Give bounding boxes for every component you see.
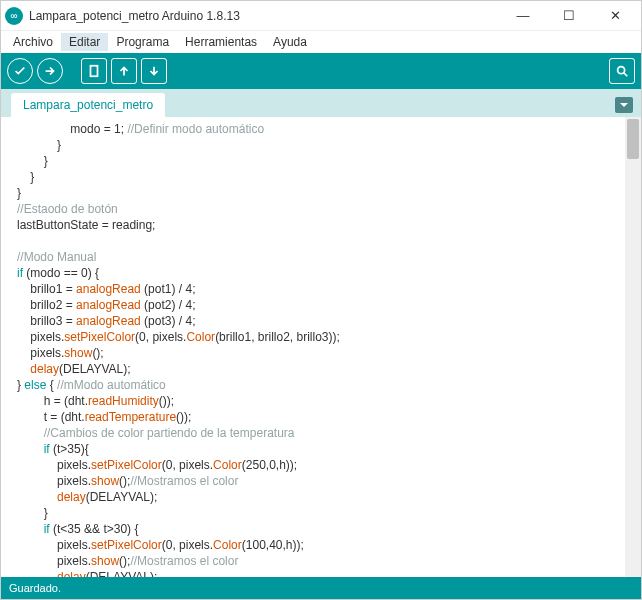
caret-down-icon (619, 100, 629, 110)
code-line: t = (dht.readTemperature()); (17, 409, 641, 425)
code-line: } (17, 505, 641, 521)
code-line: //Cambios de color partiendo de la tempe… (17, 425, 641, 441)
verify-button[interactable] (7, 58, 33, 84)
check-icon (13, 64, 27, 78)
open-button[interactable] (111, 58, 137, 84)
code-line: if (t>35){ (17, 441, 641, 457)
toolbar (1, 53, 641, 89)
menu-ayuda[interactable]: Ayuda (265, 33, 315, 51)
code-line: brillo2 = analogRead (pot2) / 4; (17, 297, 641, 313)
code-line: brillo3 = analogRead (pot3) / 4; (17, 313, 641, 329)
code-line: h = (dht.readHumidity()); (17, 393, 641, 409)
serial-monitor-button[interactable] (609, 58, 635, 84)
code-line: if (modo == 0) { (17, 265, 641, 281)
code-line: } (17, 169, 641, 185)
code-line: pixels.setPixelColor(0, pixels.Color(bri… (17, 329, 641, 345)
code-line: modo = 1; //Definir modo automático (17, 121, 641, 137)
code-line: pixels.show(); (17, 345, 641, 361)
code-line: delay(DELAYVAL); (17, 361, 641, 377)
file-icon (87, 64, 101, 78)
code-line: brillo1 = analogRead (pot1) / 4; (17, 281, 641, 297)
scrollbar-vertical[interactable] (625, 117, 641, 577)
code-line: //Modo Manual (17, 249, 641, 265)
code-line: lastButtonState = reading; (17, 217, 641, 233)
new-button[interactable] (81, 58, 107, 84)
titlebar: ∞ Lampara_potenci_metro Arduino 1.8.13 —… (1, 1, 641, 31)
code-line: if (t<35 && t>30) { (17, 521, 641, 537)
code-line: pixels.setPixelColor(0, pixels.Color(250… (17, 457, 641, 473)
statusbar: Guardado. (1, 577, 641, 599)
svg-point-1 (618, 67, 625, 74)
menu-herramientas[interactable]: Herramientas (177, 33, 265, 51)
svg-rect-0 (91, 66, 98, 77)
status-text: Guardado. (9, 582, 61, 594)
code-editor[interactable]: modo = 1; //Definir modo automático } } … (1, 117, 641, 577)
code-content: modo = 1; //Definir modo automático } } … (1, 117, 641, 577)
code-line: } (17, 137, 641, 153)
code-line: delay(DELAYVAL); (17, 489, 641, 505)
arrow-right-icon (43, 64, 57, 78)
tabbar: Lampara_potenci_metro (1, 89, 641, 117)
menu-archivo[interactable]: Archivo (5, 33, 61, 51)
code-line: } (17, 153, 641, 169)
code-line: } (17, 185, 641, 201)
tab-menu-button[interactable] (615, 97, 633, 113)
scrollbar-thumb[interactable] (627, 119, 639, 159)
arduino-logo-icon: ∞ (5, 7, 23, 25)
code-line: //Estaodo de botón (17, 201, 641, 217)
code-line: pixels.setPixelColor(0, pixels.Color(100… (17, 537, 641, 553)
arrow-up-icon (117, 64, 131, 78)
menu-editar[interactable]: Editar (61, 33, 108, 51)
code-line: pixels.show();//Mostramos el color (17, 473, 641, 489)
menubar: ArchivoEditarProgramaHerramientasAyuda (1, 31, 641, 53)
save-button[interactable] (141, 58, 167, 84)
upload-button[interactable] (37, 58, 63, 84)
close-button[interactable]: ✕ (601, 4, 629, 28)
code-line (17, 233, 641, 249)
search-icon (615, 64, 629, 78)
code-line: delay(DELAYVAL); (17, 569, 641, 577)
window-title: Lampara_potenci_metro Arduino 1.8.13 (29, 9, 509, 23)
menu-programa[interactable]: Programa (108, 33, 177, 51)
maximize-button[interactable]: ☐ (555, 4, 583, 28)
code-line: pixels.show();//Mostramos el color (17, 553, 641, 569)
code-line: } else { //mModo automático (17, 377, 641, 393)
window-controls: — ☐ ✕ (509, 4, 637, 28)
tab-sketch[interactable]: Lampara_potenci_metro (11, 93, 165, 117)
minimize-button[interactable]: — (509, 4, 537, 28)
arrow-down-icon (147, 64, 161, 78)
